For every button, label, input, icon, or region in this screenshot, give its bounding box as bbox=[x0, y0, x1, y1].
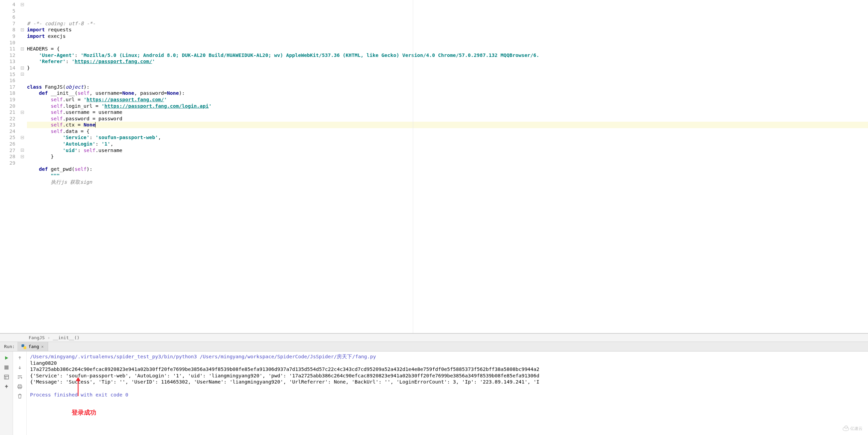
watermark: 亿速云 bbox=[843, 426, 863, 432]
rerun-button[interactable] bbox=[3, 354, 10, 362]
console-output[interactable]: /Users/mingyang/.virtualenvs/spider_test… bbox=[27, 351, 868, 435]
chevron-right-icon: › bbox=[47, 335, 50, 340]
scroll-down-button[interactable] bbox=[16, 364, 24, 371]
line-number-gutter: 4567891011121314151617181920212223242526… bbox=[0, 0, 19, 333]
stop-button[interactable] bbox=[3, 364, 10, 371]
trash-button[interactable] bbox=[16, 392, 24, 400]
scroll-up-button[interactable] bbox=[16, 354, 24, 362]
run-toolbar-right bbox=[13, 351, 27, 435]
python-icon bbox=[21, 344, 26, 349]
run-toolbar-left bbox=[0, 351, 13, 435]
run-tab[interactable]: fang × bbox=[17, 342, 48, 351]
fold-column[interactable] bbox=[19, 0, 26, 333]
run-tab-name: fang bbox=[28, 344, 39, 349]
cloud-icon bbox=[843, 427, 849, 431]
breadcrumb-item[interactable]: FangJS bbox=[29, 335, 45, 340]
breadcrumb[interactable]: FangJS › __init__() bbox=[0, 333, 868, 342]
breadcrumb-item[interactable]: __init__() bbox=[53, 335, 79, 340]
run-panel-header: Run: fang × bbox=[0, 342, 868, 351]
code-area[interactable]: # -*- coding: utf-8 -*-import requestsim… bbox=[26, 0, 868, 333]
pin-button[interactable] bbox=[3, 383, 10, 390]
print-button[interactable] bbox=[16, 383, 24, 390]
layout-button[interactable] bbox=[3, 373, 10, 381]
code-editor[interactable]: 4567891011121314151617181920212223242526… bbox=[0, 0, 868, 333]
arrow-annotation-icon bbox=[75, 377, 81, 396]
run-panel: /Users/mingyang/.virtualenvs/spider_test… bbox=[0, 351, 868, 435]
svg-rect-1 bbox=[4, 375, 9, 379]
close-icon[interactable]: × bbox=[41, 344, 44, 349]
annotation-text: 登录成功 bbox=[72, 409, 96, 416]
svg-rect-6 bbox=[18, 387, 21, 389]
run-label: Run: bbox=[0, 344, 17, 349]
soft-wrap-button[interactable] bbox=[16, 373, 24, 381]
svg-rect-0 bbox=[4, 365, 9, 370]
